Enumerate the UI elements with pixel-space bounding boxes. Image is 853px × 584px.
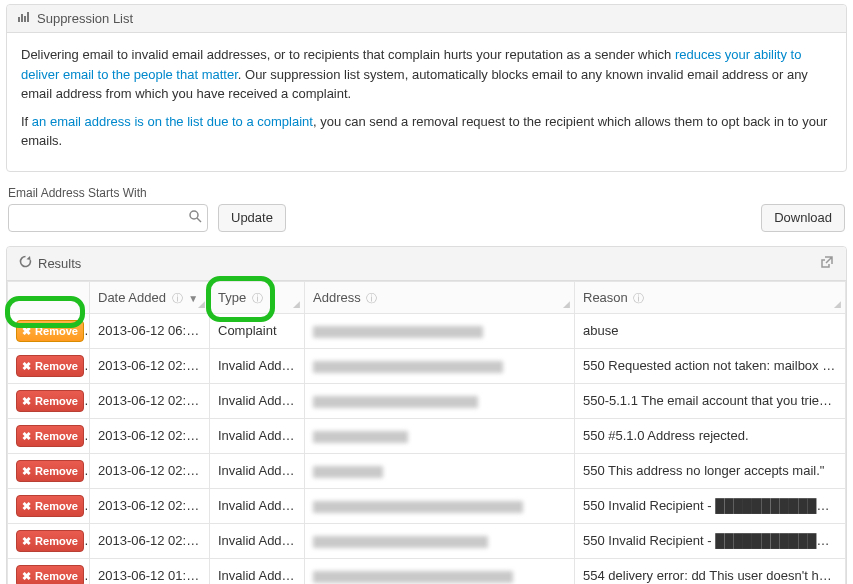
table-row: ✖Remove2013-06-12 06:46:58Complaintabuse	[8, 314, 846, 349]
cell-date: 2013-06-12 02:05:29	[90, 524, 210, 559]
cell-type: Invalid Address	[210, 559, 305, 585]
cell-address	[305, 349, 575, 384]
remove-button[interactable]: ✖Remove	[16, 565, 84, 584]
cell-reason: 550 #5.1.0 Address rejected.	[575, 419, 846, 454]
remove-button[interactable]: ✖Remove	[16, 320, 84, 342]
cell-reason: 554 delivery error: dd This user doesn't…	[575, 559, 846, 585]
redacted-address	[313, 466, 383, 478]
refresh-icon[interactable]	[19, 255, 32, 271]
resize-handle-icon[interactable]: ◢	[834, 298, 841, 312]
cell-address	[305, 559, 575, 585]
redacted-address	[313, 396, 478, 408]
svg-rect-1	[21, 14, 23, 22]
close-icon: ✖	[22, 466, 31, 477]
help-icon: ⓘ	[633, 292, 644, 304]
search-input[interactable]	[8, 204, 208, 232]
cell-reason: 550 Invalid Recipient - ████████████████…	[575, 489, 846, 524]
svg-line-5	[197, 218, 201, 222]
table-header-row: Date Added ⓘ ▼ ◢ Type ⓘ ◢ Address ⓘ ◢	[8, 281, 846, 314]
help-icon: ⓘ	[172, 292, 183, 304]
cell-date: 2013-06-12 02:09:50	[90, 419, 210, 454]
panel-header: Suppression List	[7, 5, 846, 33]
cell-reason: 550 Requested action not taken: mailbox …	[575, 349, 846, 384]
remove-label: Remove	[35, 360, 78, 372]
close-icon: ✖	[22, 431, 31, 442]
redacted-address	[313, 536, 488, 548]
cell-type: Invalid Address	[210, 454, 305, 489]
cell-date: 2013-06-12 02:40:45	[90, 349, 210, 384]
download-button[interactable]: Download	[761, 204, 845, 232]
remove-button[interactable]: ✖Remove	[16, 495, 84, 517]
remove-label: Remove	[35, 465, 78, 477]
suppression-info-panel: Suppression List Delivering email to inv…	[6, 4, 847, 172]
cell-type: Invalid Address	[210, 384, 305, 419]
cell-type: Invalid Address	[210, 489, 305, 524]
cell-type: Invalid Address	[210, 349, 305, 384]
update-button[interactable]: Update	[218, 204, 286, 232]
sort-desc-icon: ▼	[188, 293, 198, 304]
remove-button[interactable]: ✖Remove	[16, 530, 84, 552]
close-icon: ✖	[22, 396, 31, 407]
info-paragraph-2: If an email address is on the list due t…	[21, 112, 832, 151]
svg-point-4	[190, 211, 198, 219]
results-table: Date Added ⓘ ▼ ◢ Type ⓘ ◢ Address ⓘ ◢	[7, 281, 846, 585]
info-link-2[interactable]: an email address is on the list due to a…	[32, 114, 313, 129]
external-link-icon[interactable]	[820, 255, 834, 272]
search-input-wrap	[8, 204, 208, 232]
panel-body: Delivering email to invalid email addres…	[7, 33, 846, 171]
col-header-actions	[8, 281, 90, 314]
remove-button[interactable]: ✖Remove	[16, 355, 84, 377]
resize-handle-icon[interactable]: ◢	[563, 298, 570, 312]
remove-label: Remove	[35, 430, 78, 442]
redacted-address	[313, 361, 503, 373]
cell-reason: 550-5.1.1 The email account that you tri…	[575, 384, 846, 419]
remove-button[interactable]: ✖Remove	[16, 460, 84, 482]
cell-date: 2013-06-12 02:06:36	[90, 489, 210, 524]
resize-handle-icon[interactable]: ◢	[293, 298, 300, 312]
close-icon: ✖	[22, 536, 31, 547]
cell-type: Invalid Address	[210, 524, 305, 559]
results-title: Results	[38, 256, 81, 271]
chart-icon	[17, 11, 31, 26]
panel-title: Suppression List	[37, 11, 133, 26]
cell-address	[305, 419, 575, 454]
remove-button[interactable]: ✖Remove	[16, 390, 84, 412]
help-icon: ⓘ	[252, 292, 263, 304]
svg-rect-0	[18, 17, 20, 22]
table-row: ✖Remove2013-06-12 02:35:29Invalid Addres…	[8, 384, 846, 419]
remove-button[interactable]: ✖Remove	[16, 425, 84, 447]
help-icon: ⓘ	[366, 292, 377, 304]
close-icon: ✖	[22, 326, 31, 337]
info-paragraph-1: Delivering email to invalid email addres…	[21, 45, 832, 104]
table-row: ✖Remove2013-06-12 02:09:50Invalid Addres…	[8, 419, 846, 454]
redacted-address	[313, 431, 408, 443]
remove-label: Remove	[35, 570, 78, 582]
col-header-reason[interactable]: Reason ⓘ ◢	[575, 281, 846, 314]
cell-reason: 550 Invalid Recipient - ████████████████…	[575, 524, 846, 559]
filter-bar: Email Address Starts With Update Downloa…	[6, 186, 847, 232]
table-row: ✖Remove2013-06-12 02:06:36Invalid Addres…	[8, 489, 846, 524]
resize-handle-icon[interactable]: ◢	[198, 298, 205, 312]
cell-address	[305, 454, 575, 489]
table-row: ✖Remove2013-06-12 02:40:45Invalid Addres…	[8, 349, 846, 384]
search-label: Email Address Starts With	[8, 186, 208, 200]
results-panel: Results Date Added ⓘ ▼ ◢	[6, 246, 847, 585]
col-header-address[interactable]: Address ⓘ ◢	[305, 281, 575, 314]
col-header-type[interactable]: Type ⓘ ◢	[210, 281, 305, 314]
table-row: ✖Remove2013-06-12 01:28:58Invalid Addres…	[8, 559, 846, 585]
table-row: ✖Remove2013-06-12 02:09:50Invalid Addres…	[8, 454, 846, 489]
cell-reason: abuse	[575, 314, 846, 349]
cell-address	[305, 524, 575, 559]
cell-date: 2013-06-12 02:35:29	[90, 384, 210, 419]
remove-label: Remove	[35, 395, 78, 407]
search-icon[interactable]	[189, 210, 202, 226]
close-icon: ✖	[22, 571, 31, 582]
col-header-date[interactable]: Date Added ⓘ ▼ ◢	[90, 281, 210, 314]
cell-date: 2013-06-12 06:46:58	[90, 314, 210, 349]
redacted-address	[313, 571, 513, 583]
svg-rect-3	[27, 12, 29, 22]
table-row: ✖Remove2013-06-12 02:05:29Invalid Addres…	[8, 524, 846, 559]
redacted-address	[313, 501, 523, 513]
cell-date: 2013-06-12 01:28:58	[90, 559, 210, 585]
cell-type: Complaint	[210, 314, 305, 349]
